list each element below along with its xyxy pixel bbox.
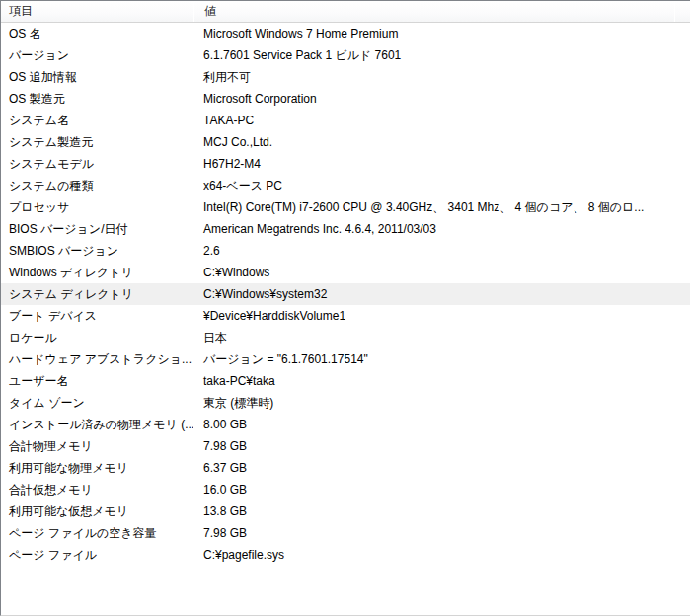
item-cell: 利用可能な物理メモリ xyxy=(1,457,193,479)
table-row[interactable]: システム製造元MCJ Co.,Ltd. xyxy=(1,131,690,153)
table-row[interactable]: ユーザー名taka-PC¥taka xyxy=(1,370,690,392)
value-cell: MCJ Co.,Ltd. xyxy=(193,131,690,153)
item-cell: ページ ファイルの空き容量 xyxy=(1,522,193,544)
table-row[interactable]: ページ ファイルC:¥pagefile.sys xyxy=(1,544,690,566)
table-row[interactable]: システムの種類x64-ベース PC xyxy=(1,175,690,196)
value-cell: x64-ベース PC xyxy=(193,175,690,196)
table-row[interactable]: ハードウェア アブストラクショ...バージョン = "6.1.7601.1751… xyxy=(1,348,690,370)
table-row[interactable]: ページ ファイルの空き容量7.98 GB xyxy=(1,522,690,544)
table-row[interactable]: ブート デバイス¥Device¥HarddiskVolume1 xyxy=(1,305,690,327)
item-cell: ロケール xyxy=(1,327,193,348)
table-row[interactable]: タイム ゾーン東京 (標準時) xyxy=(1,392,690,414)
table-row[interactable]: バージョン6.1.7601 Service Pack 1 ビルド 7601 xyxy=(1,44,690,66)
item-cell: 合計物理メモリ xyxy=(1,435,193,457)
item-cell: プロセッサ xyxy=(1,196,193,218)
value-cell: American Megatrends Inc. 4.6.4, 2011/03/… xyxy=(193,218,690,240)
table-row[interactable]: BIOS バージョン/日付American Megatrends Inc. 4.… xyxy=(1,218,690,240)
item-cell: タイム ゾーン xyxy=(1,392,193,414)
value-cell: 8.00 GB xyxy=(193,414,690,435)
system-info-listview: 項目 値 OS 名Microsoft Windows 7 Home Premiu… xyxy=(1,1,690,615)
item-cell: OS 名 xyxy=(1,23,193,44)
item-cell: ユーザー名 xyxy=(1,370,193,392)
table-row[interactable]: プロセッサIntel(R) Core(TM) i7-2600 CPU @ 3.4… xyxy=(1,196,690,218)
value-cell: taka-PC¥taka xyxy=(193,370,690,392)
item-cell: BIOS バージョン/日付 xyxy=(1,218,193,240)
system-info-table-body: OS 名Microsoft Windows 7 Home Premiumバージョ… xyxy=(1,23,690,566)
table-row[interactable]: OS 追加情報利用不可 xyxy=(1,66,690,88)
value-cell: バージョン = "6.1.7601.17514" xyxy=(193,348,690,370)
system-info-pane: 項目 値 OS 名Microsoft Windows 7 Home Premiu… xyxy=(0,0,690,616)
table-row[interactable]: ロケール日本 xyxy=(1,327,690,348)
value-cell: 6.37 GB xyxy=(193,457,690,479)
item-cell: システムモデル xyxy=(1,153,193,175)
table-row[interactable]: システム名TAKA-PC xyxy=(1,110,690,131)
table-row[interactable]: 利用可能な仮想メモリ13.8 GB xyxy=(1,500,690,522)
value-cell: 7.98 GB xyxy=(193,435,690,457)
value-cell: Microsoft Windows 7 Home Premium xyxy=(193,23,690,44)
item-cell: バージョン xyxy=(1,44,193,66)
item-cell: ページ ファイル xyxy=(1,544,193,566)
value-cell: C:¥pagefile.sys xyxy=(193,544,690,566)
column-header-filler xyxy=(675,1,690,22)
table-row[interactable]: インストール済みの物理メモリ (...8.00 GB xyxy=(1,414,690,435)
item-cell: ハードウェア アブストラクショ... xyxy=(1,348,193,370)
value-cell: 東京 (標準時) xyxy=(193,392,690,414)
value-cell: ¥Device¥HarddiskVolume1 xyxy=(193,305,690,327)
value-cell: 13.8 GB xyxy=(193,500,690,522)
item-cell: システム ディレクトリ xyxy=(1,283,193,305)
item-cell: OS 追加情報 xyxy=(1,66,193,88)
item-cell: SMBIOS バージョン xyxy=(1,240,193,262)
value-cell: 利用不可 xyxy=(193,66,690,88)
value-cell: H67H2-M4 xyxy=(193,153,690,175)
value-cell: TAKA-PC xyxy=(193,110,690,131)
table-row[interactable]: 合計物理メモリ7.98 GB xyxy=(1,435,690,457)
item-cell: インストール済みの物理メモリ (... xyxy=(1,414,193,435)
table-row[interactable]: 利用可能な物理メモリ6.37 GB xyxy=(1,457,690,479)
table-row[interactable]: 合計仮想メモリ16.0 GB xyxy=(1,479,690,500)
item-cell: システム名 xyxy=(1,110,193,131)
table-row[interactable]: Windows ディレクトリC:¥Windows xyxy=(1,262,690,283)
value-cell: 日本 xyxy=(193,327,690,348)
table-row[interactable]: OS 名Microsoft Windows 7 Home Premium xyxy=(1,23,690,44)
item-cell: 利用可能な仮想メモリ xyxy=(1,500,193,522)
value-cell: 2.6 xyxy=(193,240,690,262)
listview-header: 項目 値 xyxy=(1,1,690,23)
value-cell: Microsoft Corporation xyxy=(193,88,690,110)
table-row[interactable]: システムモデルH67H2-M4 xyxy=(1,153,690,175)
item-cell: システム製造元 xyxy=(1,131,193,153)
table-row[interactable]: システム ディレクトリC:¥Windows¥system32 xyxy=(1,283,690,305)
item-cell: 合計仮想メモリ xyxy=(1,479,193,500)
value-cell: 6.1.7601 Service Pack 1 ビルド 7601 xyxy=(193,44,690,66)
column-header-value[interactable]: 値 xyxy=(194,1,674,22)
value-cell: Intel(R) Core(TM) i7-2600 CPU @ 3.40GHz、… xyxy=(193,196,690,218)
value-cell: 16.0 GB xyxy=(193,479,690,500)
item-cell: Windows ディレクトリ xyxy=(1,262,193,283)
value-cell: C:¥Windows xyxy=(193,262,690,283)
item-cell: システムの種類 xyxy=(1,175,193,196)
column-header-item[interactable]: 項目 xyxy=(1,1,193,22)
item-cell: ブート デバイス xyxy=(1,305,193,327)
value-cell: 7.98 GB xyxy=(193,522,690,544)
value-cell: C:¥Windows¥system32 xyxy=(193,283,690,305)
item-cell: OS 製造元 xyxy=(1,88,193,110)
table-row[interactable]: SMBIOS バージョン2.6 xyxy=(1,240,690,262)
table-row[interactable]: OS 製造元Microsoft Corporation xyxy=(1,88,690,110)
